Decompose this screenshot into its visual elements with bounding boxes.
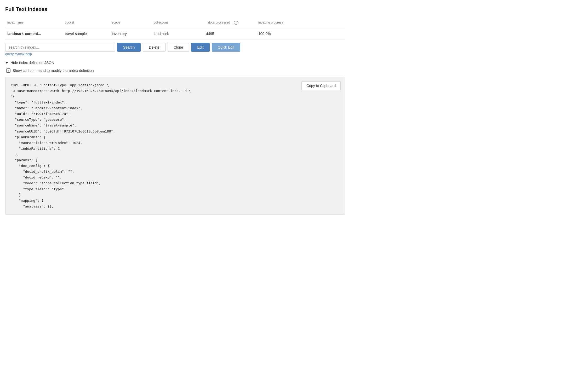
checkbox-icon: ✓ (6, 68, 10, 73)
curl-content: curl -XPUT -H "Content-Type: application… (11, 82, 287, 209)
col-header-scope: scope (110, 20, 152, 26)
indexing-progress-cell: 100.0% (256, 32, 345, 36)
docs-processed-cell: 4495 (204, 32, 256, 36)
show-curl-toggle[interactable]: ✓ Show curl command to modify this index… (6, 68, 345, 73)
search-input[interactable] (5, 43, 115, 52)
collections-cell: landmark (152, 32, 204, 36)
show-curl-label: Show curl command to modify this index d… (13, 68, 94, 73)
search-button[interactable]: Search (117, 43, 141, 52)
col-header-collections: collections (152, 20, 204, 26)
index-name-cell: landmark-content... (5, 32, 63, 36)
col-header-indexing-progress: indexing progress (256, 20, 345, 26)
quick-edit-button[interactable]: Quick Edit (212, 43, 241, 52)
clone-button[interactable]: Clone (168, 43, 189, 52)
col-header-index-name: index name (5, 20, 63, 26)
docs-processed-info-icon[interactable]: i (234, 21, 238, 25)
page-title: Full Text Indexes (5, 6, 345, 12)
scope-cell: inventory (110, 32, 152, 36)
curl-block: Copy to Clipboard curl -XPUT -H "Content… (5, 77, 345, 215)
copy-to-clipboard-button[interactable]: Copy to Clipboard (301, 81, 341, 90)
hide-json-label: Hide index definition JSON (10, 61, 54, 65)
table-row: landmark-content... travel-sample invent… (5, 28, 345, 40)
triangle-down-icon (5, 62, 8, 64)
table-header: index name bucket scope collections docs… (5, 18, 345, 28)
bucket-cell: travel-sample (63, 32, 110, 36)
edit-button[interactable]: Edit (191, 43, 209, 52)
col-header-docs-processed: docs processed i (204, 20, 256, 26)
search-row: Search Delete Clone Edit Quick Edit (5, 43, 345, 52)
col-header-bucket: bucket (63, 20, 110, 26)
hide-json-toggle[interactable]: Hide index definition JSON (5, 61, 345, 65)
delete-button[interactable]: Delete (143, 43, 165, 52)
query-syntax-help-link[interactable]: query syntax help (5, 52, 32, 56)
